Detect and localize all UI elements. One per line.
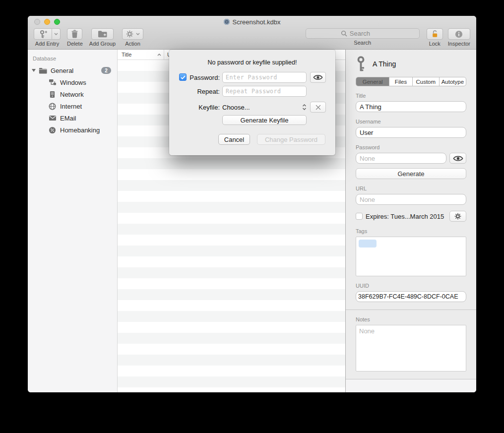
inspector-label: Inspector — [448, 41, 470, 47]
repeat-label: Repeat: — [169, 88, 220, 95]
change-password-dialog: No password or keyfile supplied! Passwor… — [169, 50, 335, 155]
eye-icon — [453, 155, 463, 162]
search-field[interactable] — [306, 28, 420, 39]
tag-pill[interactable] — [359, 240, 377, 247]
password-field-label: Password — [356, 144, 466, 150]
sidebar-item-homebanking[interactable]: Homebanking — [28, 124, 117, 136]
sidebar-item-network[interactable]: Network — [28, 88, 117, 100]
add-group-button[interactable] — [91, 28, 114, 40]
sidebar-item-email[interactable]: EMail — [28, 112, 117, 124]
column-header-title[interactable]: Title — [118, 50, 164, 60]
delete-label: Delete — [67, 41, 83, 47]
tab-custom[interactable]: Custom — [412, 77, 439, 86]
add-entry-button[interactable] — [34, 28, 52, 40]
app-window: Screenshot.kdbx — [28, 16, 476, 392]
globe-icon — [48, 102, 57, 111]
sidebar-section-header: Database — [28, 54, 117, 64]
unlocked-padlock-icon — [431, 30, 439, 38]
gear-icon — [126, 30, 133, 38]
sidebar-item-internet[interactable]: Internet — [28, 100, 117, 112]
uuid-field-label: UUID — [356, 283, 466, 289]
show-password-button[interactable] — [310, 72, 326, 83]
reveal-password-button[interactable] — [449, 153, 466, 164]
folder-icon — [39, 66, 47, 75]
sidebar-item-label: Homebanking — [60, 126, 100, 134]
password-field[interactable] — [356, 153, 446, 164]
expires-row: Expires: Tues...March 2015 — [356, 211, 466, 222]
tab-files[interactable]: Files — [389, 77, 412, 86]
username-field-label: Username — [356, 119, 466, 124]
window-chrome: Screenshot.kdbx — [28, 16, 476, 50]
search-input[interactable] — [350, 30, 384, 37]
action-button[interactable] — [122, 28, 143, 40]
key-icon — [356, 56, 366, 72]
disclosure-triangle-icon[interactable] — [32, 69, 36, 72]
trash-icon — [71, 30, 78, 38]
generate-keyfile-button[interactable]: Generate Keyfile — [222, 115, 307, 125]
add-entry-label: Add Entry — [35, 41, 59, 47]
action-toolbar-item: Action — [122, 28, 143, 47]
title-field[interactable] — [356, 101, 466, 112]
tags-field-label: Tags — [356, 228, 466, 234]
inspector-button[interactable] — [448, 28, 470, 40]
tab-general[interactable]: General — [356, 77, 389, 86]
repeat-password-input[interactable] — [222, 86, 307, 97]
delete-toolbar-item: Delete — [67, 28, 83, 47]
chevron-down-icon — [54, 33, 58, 35]
title-field-label: Title — [356, 93, 466, 99]
sidebar-item-label: Windows — [60, 79, 86, 86]
username-field[interactable] — [356, 127, 466, 138]
expires-settings-button[interactable] — [449, 211, 466, 222]
cancel-button[interactable]: Cancel — [218, 134, 250, 145]
clear-keyfile-button[interactable] — [310, 102, 326, 113]
inspector-tabs: General Files Custom Autotype — [356, 77, 466, 86]
expires-label: Expires: Tues...March 2015 — [366, 213, 444, 220]
close-x-icon — [315, 105, 321, 110]
search-label: Search — [354, 40, 371, 46]
chevron-down-icon — [136, 33, 140, 35]
lock-button[interactable] — [427, 28, 443, 40]
sidebar-item-label: EMail — [60, 115, 76, 122]
keyfile-dropdown[interactable]: Choose... — [222, 104, 307, 111]
gear-icon — [454, 213, 461, 220]
search-toolbar-item: Search — [306, 28, 420, 46]
lock-label: Lock — [429, 41, 441, 47]
eye-icon — [313, 74, 323, 80]
delete-button[interactable] — [67, 28, 82, 40]
lock-toolbar-item: Lock — [427, 28, 443, 47]
notes-field[interactable] — [356, 325, 466, 371]
sidebar-item-general[interactable]: General 2 — [28, 64, 117, 76]
entry-title: A Thing — [373, 60, 396, 68]
enter-password-input[interactable] — [222, 72, 307, 83]
action-label: Action — [125, 41, 140, 47]
uuid-field[interactable] — [356, 291, 466, 302]
search-icon — [341, 30, 347, 37]
titlebar: Screenshot.kdbx — [28, 16, 476, 28]
folder-plus-icon — [98, 30, 107, 38]
stepper-chevrons-icon — [302, 104, 307, 111]
windows-icon — [48, 78, 57, 87]
url-field-label: URL — [356, 186, 466, 191]
notes-field-label: Notes — [356, 316, 466, 322]
inspector-header: A Thing — [356, 55, 466, 73]
inspector-divider — [346, 309, 476, 310]
key-plus-icon — [39, 30, 48, 39]
tab-autotype[interactable]: Autotype — [439, 77, 466, 86]
change-password-button[interactable]: Change Password — [257, 134, 325, 145]
toolbar: Add Entry Delete — [28, 28, 476, 49]
sidebar-item-windows[interactable]: Windows — [28, 76, 117, 88]
entry-count-badge: 2 — [101, 67, 111, 74]
column-title-label: Title — [122, 52, 131, 58]
add-entry-toolbar-item: Add Entry — [34, 28, 61, 47]
add-entry-dropdown-button[interactable] — [52, 28, 61, 40]
sort-ascending-icon — [157, 54, 161, 56]
percent-icon — [48, 126, 57, 134]
url-field[interactable] — [356, 194, 466, 205]
expires-checkbox[interactable] — [356, 213, 363, 220]
window-title-area: Screenshot.kdbx — [28, 16, 476, 28]
generate-password-button[interactable]: Generate — [356, 168, 466, 179]
envelope-icon — [48, 114, 57, 123]
tags-field[interactable] — [356, 237, 466, 276]
info-icon — [455, 30, 463, 38]
dialog-message: No password or keyfile supplied! — [169, 59, 335, 66]
